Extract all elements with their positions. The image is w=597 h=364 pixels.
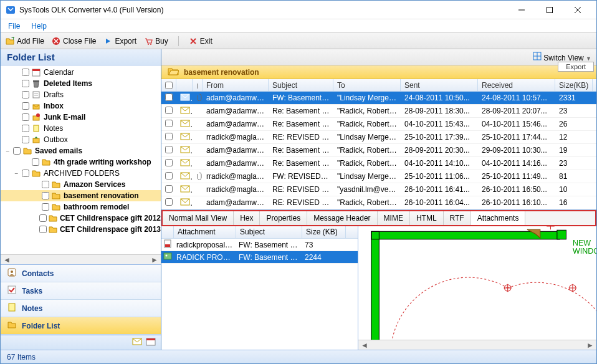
- tree-item[interactable]: −ARCHIVED FOLDERS: [1, 168, 161, 179]
- row-checkbox[interactable]: [165, 107, 173, 114]
- mail-row[interactable]: adam@adamwes...Re: Basement Co..."Radick…: [161, 105, 596, 118]
- nav-tasks[interactable]: Tasks: [1, 282, 161, 300]
- col-from[interactable]: From: [203, 79, 269, 91]
- tree-item[interactable]: CET Childrenspace gift 2012: [1, 213, 161, 224]
- tree-checkbox[interactable]: [39, 214, 47, 222]
- tree-checkbox[interactable]: [22, 80, 29, 87]
- tree-checkbox[interactable]: [42, 192, 49, 199]
- cell-from: rradick@maglaw...: [203, 185, 269, 194]
- att-col-name[interactable]: Attachment: [174, 226, 236, 238]
- row-checkbox[interactable]: [165, 146, 173, 153]
- tab-rtf[interactable]: RTF: [444, 211, 471, 225]
- tab-attachments[interactable]: Attachments: [471, 211, 526, 225]
- tree-item[interactable]: 4th grade writing workshop: [1, 156, 161, 168]
- close-button[interactable]: [563, 1, 591, 19]
- mail-row[interactable]: adam@adamwes...Re: Basement Co..."Radick…: [161, 144, 596, 157]
- minimize-button[interactable]: [507, 1, 535, 19]
- tab-mime[interactable]: MIME: [378, 211, 410, 225]
- switch-view-button[interactable]: Switch View ▼: [533, 52, 591, 62]
- col-size[interactable]: Size(KB): [555, 79, 593, 91]
- export-tab-button[interactable]: Export: [558, 62, 594, 72]
- tab-properties[interactable]: Properties: [260, 211, 307, 225]
- tree-checkbox[interactable]: [32, 158, 39, 166]
- tree-checkbox[interactable]: [22, 136, 29, 143]
- add-file-button[interactable]: + Add File: [6, 37, 44, 46]
- nav-notes[interactable]: Notes: [1, 300, 161, 317]
- tree-checkbox[interactable]: [22, 113, 29, 121]
- att-col-size[interactable]: Size (KB): [302, 226, 346, 238]
- row-checkbox[interactable]: [165, 185, 173, 193]
- attachment-row[interactable]: radickproposal2...FW: Basement C...73: [161, 239, 358, 251]
- window-title: SysTools OLK Converter v4.0 (Full Versio…: [19, 6, 507, 14]
- col-sent[interactable]: Sent: [401, 79, 478, 91]
- tree-checkbox[interactable]: [22, 102, 29, 110]
- tree-checkbox[interactable]: [22, 91, 29, 98]
- preview-scrollbar[interactable]: ◄►: [358, 340, 596, 350]
- calendar-small-icon[interactable]: [146, 337, 156, 348]
- export-button[interactable]: Export: [103, 37, 136, 46]
- expand-toggle[interactable]: −: [13, 170, 20, 177]
- tree-item[interactable]: −Saved emails: [1, 145, 161, 156]
- exit-button[interactable]: Exit: [189, 37, 213, 46]
- row-checkbox[interactable]: [165, 120, 173, 127]
- mail-row[interactable]: adam@adamwes...FW: Basement C..."Lindsay…: [161, 92, 596, 105]
- nav-contacts[interactable]: Contacts: [1, 265, 161, 282]
- expand-toggle[interactable]: −: [4, 148, 11, 155]
- tab-html[interactable]: HTML: [410, 211, 444, 225]
- mail-row[interactable]: rradick@maglaw...FW: REVISED PR..."Linds…: [161, 170, 596, 183]
- tree-item[interactable]: Outbox: [1, 134, 161, 145]
- tree-item[interactable]: Drafts: [1, 89, 161, 100]
- row-checkbox[interactable]: [165, 93, 173, 101]
- mail-row[interactable]: adam@adamwes...Re: Basement Co..."Radick…: [161, 118, 596, 131]
- att-col-subject[interactable]: Subject: [236, 226, 302, 238]
- tab-message-header[interactable]: Message Header: [307, 211, 377, 225]
- menu-file[interactable]: File: [8, 22, 20, 31]
- col-received[interactable]: Received: [478, 79, 555, 91]
- mail-icon[interactable]: [132, 337, 142, 348]
- tree-item[interactable]: Amazon Services: [1, 179, 161, 190]
- tree-checkbox[interactable]: [22, 69, 29, 76]
- scrollbar-horizontal[interactable]: ◄►: [1, 254, 161, 264]
- row-checkbox[interactable]: [165, 172, 173, 180]
- col-subject[interactable]: Subject: [269, 79, 333, 91]
- buy-button[interactable]: Buy: [144, 37, 168, 46]
- mail-row[interactable]: rradick@maglaw...RE: REVISED PR..."Linds…: [161, 131, 596, 144]
- tree-item[interactable]: basement renovation: [1, 190, 161, 201]
- tree-checkbox[interactable]: [13, 147, 21, 155]
- close-file-button[interactable]: Close File: [52, 37, 96, 46]
- cell-received: 28-09-2011 20:07...: [478, 107, 555, 115]
- tab-hex[interactable]: Hex: [234, 211, 260, 225]
- attachment-row[interactable]: RADICK PROPO...FW: Basement C...2244: [161, 251, 358, 264]
- nav-folder-list[interactable]: Folder List: [1, 317, 161, 335]
- menu-help[interactable]: Help: [31, 22, 47, 31]
- col-checkbox[interactable]: [161, 79, 176, 91]
- tree-item[interactable]: Calendar: [1, 67, 161, 78]
- tree-item[interactable]: Junk E-mail: [1, 112, 161, 123]
- tree-item[interactable]: CET Childrenspace gift 2013: [1, 224, 161, 235]
- maximize-button[interactable]: [535, 1, 563, 19]
- mail-row[interactable]: rradick@maglaw...RE: REVISED PR..."yasdn…: [161, 183, 596, 196]
- grid-body[interactable]: adam@adamwes...FW: Basement C..."Lindsay…: [161, 92, 596, 209]
- row-checkbox[interactable]: [165, 198, 173, 206]
- col-attachment[interactable]: [193, 79, 203, 91]
- mail-row[interactable]: adam@adamwes...RE: REVISED PR..."Radick,…: [161, 196, 596, 209]
- tree-checkbox[interactable]: [42, 181, 49, 188]
- tree-checkbox[interactable]: [22, 170, 29, 177]
- folder-icon: [7, 320, 17, 332]
- tree-item[interactable]: bathroom remodel: [1, 201, 161, 213]
- tab-normal[interactable]: Normal Mail View: [163, 211, 234, 225]
- tree-item[interactable]: Deleted Items: [1, 78, 161, 89]
- mail-row[interactable]: adam@adamwes...Re: Basement Co..."Radick…: [161, 157, 596, 170]
- tree-checkbox[interactable]: [22, 125, 29, 132]
- tree-item[interactable]: Inbox: [1, 100, 161, 112]
- tree-checkbox[interactable]: [39, 226, 47, 233]
- row-checkbox[interactable]: [165, 159, 173, 166]
- folder-tree[interactable]: CalendarDeleted ItemsDraftsInboxJunk E-m…: [1, 65, 161, 254]
- col-to[interactable]: To: [333, 79, 401, 91]
- row-checkbox[interactable]: [165, 133, 173, 140]
- tree-checkbox[interactable]: [42, 203, 49, 211]
- tree-item[interactable]: Notes: [1, 123, 161, 134]
- attachment-body[interactable]: radickproposal2...FW: Basement C...73RAD…: [161, 239, 358, 350]
- tree-label: CET Childrenspace gift 2012: [60, 214, 161, 223]
- col-icon[interactable]: [176, 79, 193, 91]
